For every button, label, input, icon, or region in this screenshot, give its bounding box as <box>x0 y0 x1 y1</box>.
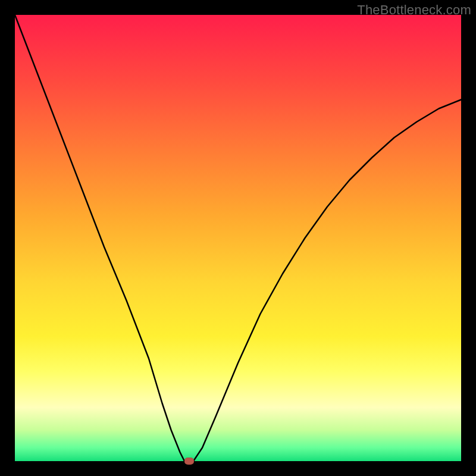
chart-frame: TheBottleneck.com <box>0 0 476 476</box>
optimal-point-marker <box>184 458 194 465</box>
curve-layer <box>15 15 461 461</box>
bottleneck-curve <box>15 15 461 461</box>
watermark-text: TheBottleneck.com <box>357 2 471 18</box>
plot-area <box>15 15 461 461</box>
